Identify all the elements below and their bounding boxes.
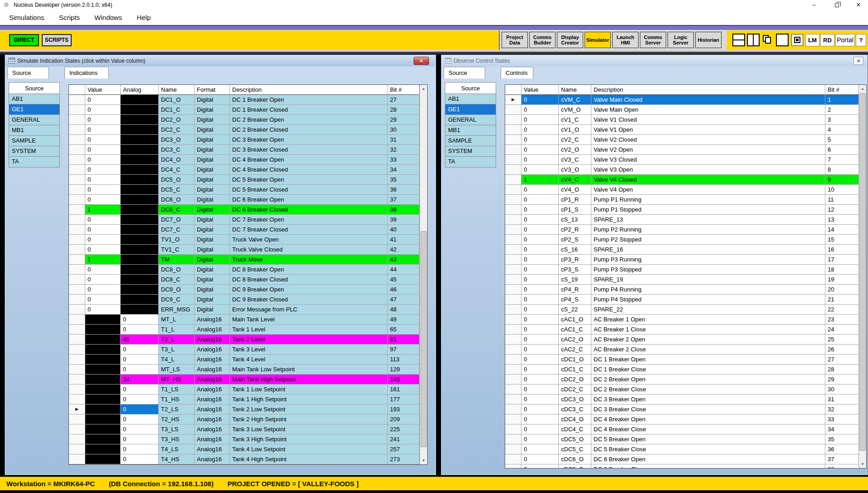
cell-value[interactable] <box>85 375 121 385</box>
indication-row-dc4_c[interactable]: 0DC4_CDigitalDC 4 Breaker Closed34 <box>69 165 427 175</box>
cell-analog[interactable] <box>121 195 159 205</box>
source-item-ta[interactable]: TA <box>9 157 59 167</box>
cell-analog[interactable]: 0 <box>121 385 159 394</box>
source-item-sample[interactable]: SAMPLE <box>9 136 59 146</box>
scroll-up-icon[interactable]: ▲ <box>420 85 427 93</box>
menu-item-help[interactable]: Help <box>131 10 157 25</box>
control-row-cv1_c[interactable]: 0cV1_CValve V1 Closed3 <box>505 115 866 125</box>
indication-row-dc7_o[interactable]: 0DC7_ODigitalDC 7 Breaker Open39 <box>69 215 427 225</box>
cell-analog[interactable] <box>121 125 159 135</box>
tile-vertical-icon[interactable] <box>747 34 760 46</box>
control-row-cdc1_o[interactable]: 0cDC1_ODC 1 Breaker Open27 <box>505 355 866 365</box>
cell-analog[interactable] <box>121 305 159 315</box>
control-row-cv2_c[interactable]: 0cV2_CValve V2 Closed5 <box>505 135 866 145</box>
cell-analog[interactable] <box>121 205 159 215</box>
control-row-cv2_o[interactable]: 0cV2_OValve V2 Open6 <box>505 145 866 155</box>
toolbar-button-simulator[interactable]: Simulator <box>585 32 611 48</box>
cell-analog[interactable] <box>121 145 159 155</box>
scrollbar-thumb[interactable] <box>420 231 427 447</box>
rd-button[interactable]: RD <box>820 34 834 46</box>
cell-value[interactable]: 0 <box>522 215 559 225</box>
cell-value[interactable]: 0 <box>85 295 121 305</box>
indication-row-dc3_o[interactable]: 0DC3_ODigitalDC 3 Breaker Open31 <box>69 135 427 145</box>
cell-value[interactable]: 0 <box>522 295 559 305</box>
cell-analog[interactable] <box>121 235 159 245</box>
control-row-cdc1_c[interactable]: 0cDC1_CDC 1 Breaker Close28 <box>505 365 866 375</box>
cell-analog[interactable] <box>121 185 159 195</box>
control-row-cv3_c[interactable]: 0cV3_CValve V3 Closed7 <box>505 155 866 165</box>
source-item-system[interactable]: SYSTEM <box>9 146 59 157</box>
restore-button[interactable] <box>829 0 844 10</box>
cell-value[interactable] <box>85 385 121 394</box>
indication-row-t4_hs[interactable]: 0T4_HSAnalog16Tank 4 High Setpoint273 <box>69 454 427 464</box>
cell-analog[interactable]: 0 <box>121 345 159 355</box>
observe-window-close-button[interactable]: ✕ <box>853 57 863 65</box>
indication-row-dc9_o[interactable]: 0DC9_ODigitalDC 9 Breaker Open46 <box>69 285 427 295</box>
cell-analog[interactable]: 34 <box>121 375 159 385</box>
control-row-cv4_c[interactable]: 1cV4_CValve V4 Closed9 <box>505 175 866 185</box>
cell-value[interactable]: 0 <box>522 285 559 295</box>
cell-analog[interactable] <box>121 165 159 175</box>
control-row-cdc6_o[interactable]: 0cDC6_ODC 6 Breaker Open37 <box>505 454 866 464</box>
cell-value[interactable] <box>85 434 121 444</box>
cell-value[interactable]: 0 <box>85 135 121 145</box>
column-header-value[interactable]: Value <box>85 85 121 95</box>
cell-value[interactable]: 0 <box>522 165 559 175</box>
control-row-cp4_s[interactable]: 0cP4_SPump P4 Stopped21 <box>505 295 866 305</box>
column-header-bit-[interactable]: Bit # <box>388 85 419 95</box>
cell-value[interactable] <box>85 414 121 424</box>
column-header-name[interactable]: Name <box>159 85 195 95</box>
indication-row-t1_l[interactable]: 0T1_LAnalog16Tank 1 Level65 <box>69 325 427 335</box>
cell-value[interactable]: 0 <box>522 135 559 145</box>
cell-value[interactable]: 0 <box>522 315 559 325</box>
cell-value[interactable]: 0 <box>85 285 121 295</box>
indication-row-dc2_o[interactable]: 0DC2_ODigitalDC 2 Breaker Open29 <box>69 115 427 125</box>
control-row-cs_19[interactable]: 0cS_19SPARE_1919 <box>505 275 866 285</box>
cell-analog[interactable] <box>121 95 159 105</box>
column-header-format[interactable]: Format <box>195 85 230 95</box>
simulate-window-close-button[interactable]: ✕ <box>414 57 429 65</box>
cell-value[interactable]: 0 <box>522 404 559 414</box>
cell-value[interactable]: 0 <box>522 444 559 454</box>
cell-value[interactable]: 0 <box>522 355 559 365</box>
indication-row-t1_hs[interactable]: 0T1_HSAnalog16Tank 1 High Setpoint177 <box>69 394 427 404</box>
control-row-cdc5_o[interactable]: 0cDC5_ODC 5 Breaker Open35 <box>505 434 866 444</box>
indication-row-dc3_c[interactable]: 0DC3_CDigitalDC 3 Breaker Closed32 <box>69 145 427 155</box>
toolbar-button-historian[interactable]: Historian <box>695 32 722 48</box>
cell-value[interactable]: 0 <box>522 345 559 355</box>
toolbar-button-logic-server[interactable]: LogicServer <box>668 32 694 48</box>
cell-value[interactable]: 0 <box>522 155 559 165</box>
cell-value[interactable] <box>85 335 121 345</box>
indication-row-dc5_o[interactable]: 0DC5_ODigitalDC 5 Breaker Open35 <box>69 175 427 185</box>
cell-value[interactable]: 0 <box>85 95 121 105</box>
cell-value[interactable]: 0 <box>522 434 559 444</box>
tab-controls[interactable]: Controls <box>501 67 533 79</box>
cell-value[interactable] <box>85 454 121 464</box>
tab-indications[interactable]: Indications <box>64 67 109 79</box>
cell-value[interactable]: 0 <box>85 225 121 235</box>
control-row-cac2_o[interactable]: 0cAC2_OAC Breaker 2 Open25 <box>505 335 866 345</box>
cell-value[interactable]: 0 <box>522 125 559 135</box>
indication-row-dc9_c[interactable]: 0DC9_CDigitalDC 9 Breaker Closed47 <box>69 295 427 305</box>
lm-button[interactable]: LM <box>805 34 819 46</box>
column-header-description[interactable]: Description <box>230 85 388 95</box>
cell-value[interactable]: 0 <box>522 464 559 468</box>
toolbar-button-launch-hmi[interactable]: LaunchHMI <box>612 32 639 48</box>
control-row-cdc2_c[interactable]: 0cDC2_CDC 2 Breaker Close30 <box>505 385 866 394</box>
source-item-general[interactable]: GENERAL <box>9 115 59 125</box>
new-window-icon[interactable] <box>776 34 789 46</box>
control-row-cp1_r[interactable]: 0cP1_RPump P1 Running11 <box>505 195 866 205</box>
column-header-name[interactable]: Name <box>559 85 591 95</box>
controls-grid-scrollbar[interactable]: ▲ ▼ <box>858 85 866 468</box>
cell-value[interactable] <box>85 355 121 365</box>
app-titlebar[interactable]: ⚙ Nucleus Developer (version 2.0.1.0; x6… <box>0 0 868 10</box>
cell-value[interactable]: 0 <box>85 305 121 315</box>
source-item-system[interactable]: SYSTEM <box>445 146 496 157</box>
cell-value[interactable]: 0 <box>85 215 121 225</box>
scroll-down-icon[interactable]: ▼ <box>420 457 427 464</box>
column-header-bit-[interactable]: Bit # <box>825 85 859 95</box>
indication-row-dc6_o[interactable]: 0DC6_ODigitalDC 6 Breaker Open37 <box>69 195 427 205</box>
cell-value[interactable]: 0 <box>85 105 121 115</box>
control-row-cv4_o[interactable]: 0cV4_OValve V4 Open10 <box>505 185 866 195</box>
indication-row-dc6_c[interactable]: 1DC6_CDigitalDC 6 Breaker Closed38 <box>69 205 427 215</box>
